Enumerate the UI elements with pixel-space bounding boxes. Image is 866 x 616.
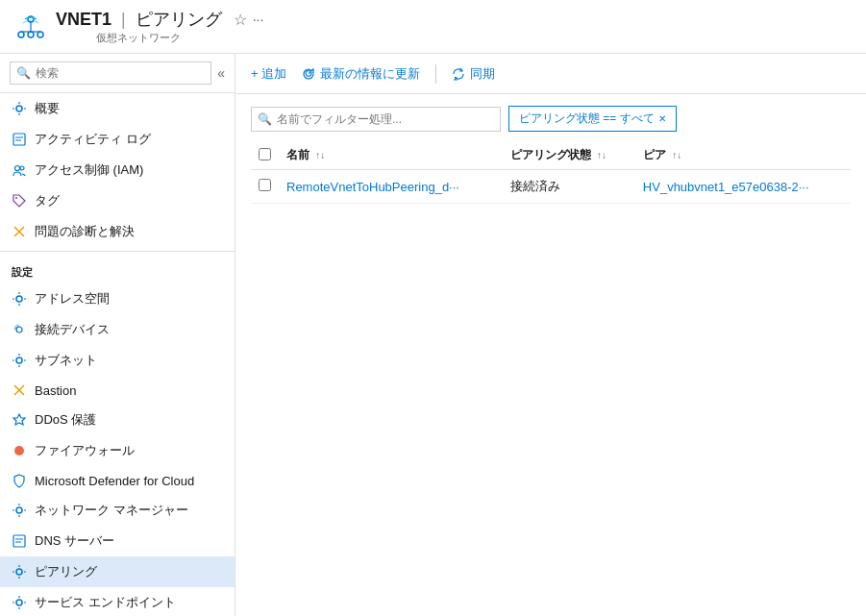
peering-name-link[interactable]: RemoteVnetToHubPeering_d··· [286, 180, 459, 194]
bastion-label: Bastion [35, 383, 76, 398]
service-endpoint-label: サービス エンドポイント [35, 594, 176, 611]
sidebar-item-ddos[interactable]: DDoS 保護 [0, 405, 235, 435]
peering-state-sort-icon: ↑↓ [597, 150, 606, 160]
svg-point-13 [15, 166, 20, 171]
activity-log-icon [12, 132, 27, 147]
row-checkbox-cell [251, 170, 279, 204]
peer-sort-icon: ↑↓ [672, 150, 681, 160]
sidebar-collapse-button[interactable]: « [217, 65, 225, 81]
refresh-button[interactable]: 最新の情報に更新 [302, 65, 420, 83]
sidebar-item-service-endpoint[interactable]: サービス エンドポイント [0, 587, 235, 616]
dns-icon [12, 533, 27, 549]
sidebar-item-dns-server[interactable]: DNS サーバー [0, 526, 235, 556]
diagnose-icon [12, 224, 27, 239]
sidebar-item-connected-devices[interactable]: 接続デバイス [0, 314, 235, 345]
row-peer-cell: HV_vhubvnet1_e57e0638-2··· [635, 170, 851, 204]
sidebar-item-firewall[interactable]: ファイアウォール [0, 435, 235, 466]
filter-badge[interactable]: ピアリング状態 == すべて ✕ [508, 106, 677, 132]
table-body: RemoteVnetToHubPeering_d··· 接続済み HV_vhub… [251, 170, 851, 204]
filter-badge-label: ピアリング状態 == すべて [519, 111, 655, 127]
svg-point-24 [16, 507, 22, 513]
peering-table: 名前 ↑↓ ピアリング状態 ↑↓ ピア ↑↓ [251, 141, 851, 204]
svg-point-9 [16, 106, 22, 111]
svg-rect-10 [13, 134, 25, 145]
refresh-icon [302, 67, 315, 81]
sidebar-item-diagnose[interactable]: 問題の診断と解決 [0, 216, 235, 247]
sidebar-item-bastion[interactable]: Bastion [0, 376, 235, 405]
overview-icon [12, 101, 27, 116]
search-icon: 🔍 [16, 66, 31, 80]
add-button[interactable]: + 追加 [251, 65, 286, 83]
access-control-icon [12, 162, 27, 178]
vnet-icon [15, 12, 46, 42]
svg-point-15 [15, 197, 17, 199]
svg-point-20 [16, 357, 22, 363]
svg-rect-25 [13, 535, 25, 547]
table-header-peer[interactable]: ピア ↑↓ [635, 141, 851, 170]
settings-section-title: 設定 [0, 256, 235, 283]
sidebar-search-bar: 🔍 « [0, 54, 235, 93]
header-titles: VNET1 | ピアリング ☆ ··· 仮想ネットワーク [56, 8, 263, 45]
sidebar: 🔍 « 概要 アクティビティ ログ [0, 54, 235, 616]
access-control-label: アクセス制御 (IAM) [35, 161, 143, 179]
main-layout: 🔍 « 概要 アクティビティ ログ [0, 54, 866, 616]
sidebar-item-activity-log[interactable]: アクティビティ ログ [0, 124, 235, 155]
svg-point-18 [16, 296, 22, 302]
sidebar-item-defender[interactable]: Microsoft Defender for Cloud [0, 466, 235, 495]
subnets-label: サブネット [35, 352, 97, 369]
favorite-icon[interactable]: ☆ [234, 11, 247, 29]
sidebar-item-access-control[interactable]: アクセス制御 (IAM) [0, 155, 235, 185]
filter-input-wrap: 🔍 [251, 107, 501, 132]
svg-point-1 [18, 32, 24, 37]
network-manager-label: ネットワーク マネージャー [35, 502, 188, 519]
sidebar-item-address-space[interactable]: アドレス空間 [0, 283, 235, 314]
sidebar-divider-1 [0, 251, 235, 252]
sidebar-item-tags[interactable]: タグ [0, 185, 235, 216]
table-header-peering-state[interactable]: ピアリング状態 ↑↓ [503, 141, 635, 170]
peer-link[interactable]: HV_vhubvnet1_e57e0638-2··· [643, 180, 809, 194]
defender-icon [12, 473, 27, 488]
select-all-checkbox[interactable] [259, 148, 271, 160]
sidebar-item-subnets[interactable]: サブネット [0, 345, 235, 376]
row-checkbox[interactable] [259, 179, 271, 191]
subnets-icon [12, 353, 27, 368]
table-header-checkbox [251, 141, 279, 170]
filter-search-icon: 🔍 [258, 112, 272, 126]
address-space-label: アドレス空間 [35, 290, 110, 308]
sidebar-item-overview[interactable]: 概要 [0, 93, 235, 124]
resource-type: 仮想ネットワーク [96, 31, 263, 45]
overview-label: 概要 [35, 100, 60, 117]
bastion-icon [12, 382, 27, 398]
sidebar-scroll: 概要 アクティビティ ログ アクセス制御 (IAM) タグ [0, 93, 235, 616]
firewall-label: ファイアウォール [35, 442, 135, 459]
ddos-label: DDoS 保護 [35, 411, 96, 429]
network-manager-icon [12, 503, 27, 518]
table-row: RemoteVnetToHubPeering_d··· 接続済み HV_vhub… [251, 170, 851, 204]
defender-label: Microsoft Defender for Cloud [35, 474, 194, 488]
firewall-icon [12, 443, 27, 458]
dns-server-label: DNS サーバー [35, 532, 114, 550]
name-sort-icon: ↑↓ [315, 150, 325, 160]
ddos-icon [12, 412, 27, 428]
svg-point-23 [14, 446, 24, 456]
table-header-name[interactable]: 名前 ↑↓ [279, 141, 503, 170]
tags-icon [12, 193, 27, 209]
more-options-icon[interactable]: ··· [253, 12, 264, 27]
sidebar-item-network-manager[interactable]: ネットワーク マネージャー [0, 495, 235, 526]
svg-point-3 [28, 32, 34, 37]
filter-badge-clear[interactable]: ✕ [658, 113, 666, 124]
sidebar-item-peering[interactable]: ピアリング [0, 556, 235, 587]
peering-label: ピアリング [35, 563, 97, 580]
svg-point-29 [16, 600, 22, 605]
connected-devices-label: 接続デバイス [35, 321, 110, 338]
sidebar-search-input[interactable] [10, 62, 211, 85]
content-area: + 追加 最新の情報に更新 同期 🔍 ピアリング状態 == すべて ✕ [235, 54, 866, 616]
diagnose-label: 問題の診断と解決 [35, 223, 135, 240]
svg-point-28 [16, 569, 22, 575]
search-wrap: 🔍 [10, 62, 211, 85]
sync-button[interactable]: 同期 [452, 65, 495, 83]
filter-input[interactable] [251, 107, 501, 132]
table-header: 名前 ↑↓ ピアリング状態 ↑↓ ピア ↑↓ [251, 141, 851, 170]
activity-log-label: アクティビティ ログ [35, 131, 151, 148]
main-content: 🔍 ピアリング状態 == すべて ✕ 名前 ↑↓ [235, 94, 866, 616]
